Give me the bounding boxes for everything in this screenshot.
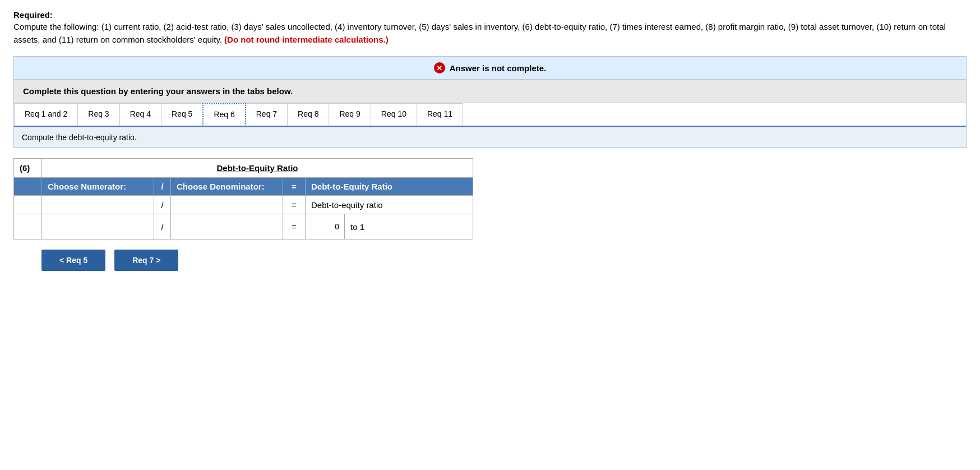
no-round-note: (Do not round intermediate calculations.… [224,35,389,44]
result-label-2: to 1 [345,219,370,235]
denominator-field-2[interactable] [171,214,283,239]
tab-req4[interactable]: Req 4 [119,103,161,126]
equals-1: = [283,196,306,214]
tab-content-area: Compute the debt-to-equity ratio. [14,127,966,148]
result-value-input-2[interactable] [310,218,344,236]
numerator-input-2[interactable] [42,214,154,239]
complete-instruction: Complete this question by entering your … [14,80,966,103]
header-slash: / [154,178,171,195]
required-section: Required: Compute the following: (1) cur… [13,10,967,46]
row-number: (6) [14,159,42,177]
result-value-2[interactable] [306,214,345,239]
prev-button[interactable]: < Req 5 [41,250,105,271]
header-equals: = [283,178,306,195]
data-row-2: / = to 1 [14,214,473,239]
required-label: Required: [13,10,967,20]
ratio-title: Debt-to-Equity Ratio [42,159,473,177]
tab-req1and2[interactable]: Req 1 and 2 [14,103,78,126]
header-denominator: Choose Denominator: [171,178,283,195]
result-1: Debt-to-equity ratio [306,196,473,214]
slash-1: / [154,196,171,214]
header-result: Debt-to-Equity Ratio [306,178,473,195]
result-label-1: Debt-to-equity ratio [306,197,389,213]
table-header-row: Choose Numerator: / Choose Denominator: … [14,178,473,196]
tab-req3[interactable]: Req 3 [77,103,119,126]
tab-req9[interactable]: Req 9 [329,103,371,126]
tab-req11[interactable]: Req 11 [417,103,463,126]
instructions-text: Compute the following: (1) current ratio… [13,21,967,46]
numerator-field-2[interactable] [42,214,154,239]
tab-req6[interactable]: Req 6 [202,103,246,126]
tab-req5[interactable]: Req 5 [161,103,203,126]
answer-banner: ✕ Answer is not complete. Complete this … [13,56,967,148]
denominator-input-1[interactable] [171,196,283,214]
slash-2: / [154,214,171,239]
denominator-field-1[interactable] [171,196,283,214]
btn-row: < Req 5 Req 7 > [13,250,473,271]
answer-not-complete-bar: ✕ Answer is not complete. [14,57,966,80]
numerator-field-1[interactable] [42,196,154,214]
data-row-1: / = Debt-to-equity ratio [14,196,473,214]
answer-not-complete-text: Answer is not complete. [450,63,547,73]
header-numerator: Choose Numerator: [42,178,154,195]
ratio-header-row: (6) Debt-to-Equity Ratio [14,159,473,178]
tab-req7[interactable]: Req 7 [246,103,288,126]
instructions-main: Compute the following: (1) current ratio… [13,22,946,44]
numerator-input-1[interactable] [42,196,154,214]
main-table: (6) Debt-to-Equity Ratio Choose Numerato… [13,158,473,239]
tabs-row: Req 1 and 2 Req 3 Req 4 Req 5 Req 6 Req … [14,103,966,126]
tab-req8[interactable]: Req 8 [287,103,329,126]
tab-req10[interactable]: Req 10 [371,103,417,126]
denominator-input-2[interactable] [171,214,283,239]
equals-2: = [283,214,306,239]
next-button[interactable]: Req 7 > [114,250,178,271]
tabs-area: Req 1 and 2 Req 3 Req 4 Req 5 Req 6 Req … [14,103,966,127]
result-2: to 1 [306,214,473,239]
error-icon: ✕ [434,62,445,73]
